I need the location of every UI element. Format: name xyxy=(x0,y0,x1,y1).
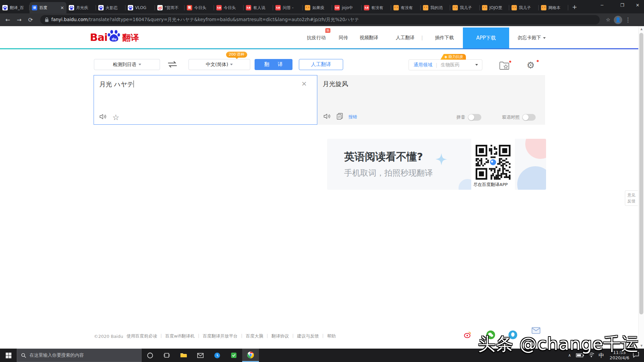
reload-button[interactable]: ⟳ xyxy=(25,16,36,23)
domain-select[interactable]: 通用领域 | 生物医药 xyxy=(409,59,482,70)
bookmark-star-icon[interactable]: ☆ xyxy=(602,17,614,23)
taskbar-search-box[interactable]: 在这里输入你要搜索的内容 xyxy=(17,349,142,362)
footer-link-5[interactable]: 建议与反馈 xyxy=(297,333,319,339)
tab-title: JOJO里 xyxy=(489,5,507,11)
speaker-icon[interactable] xyxy=(323,113,331,121)
nav-item-0[interactable]: 抗疫行动 xyxy=(307,35,326,41)
window-maximize-button[interactable]: ❐ xyxy=(614,0,630,11)
forward-button[interactable]: → xyxy=(13,16,25,23)
chevron-down-icon xyxy=(475,64,478,66)
file-explorer-icon[interactable] xyxy=(175,349,192,362)
browser-tab-2[interactable]: 月光疾 xyxy=(66,2,96,13)
clear-input-icon[interactable]: × xyxy=(301,79,307,87)
tab-title: 我的消 xyxy=(430,5,448,11)
translate-button[interactable]: 翻 译 xyxy=(255,59,292,70)
pinyin-toggle[interactable] xyxy=(468,114,481,121)
browser-tab-9[interactable]: 头条问答 - xyxy=(273,2,303,13)
baidu-fanyi-logo[interactable]: Bai du 翻译 xyxy=(90,29,139,43)
browser-tab-10[interactable]: 如果疫 xyxy=(303,2,332,13)
browser-tab-16[interactable]: JOJO里 xyxy=(480,2,509,13)
nav-item-4[interactable]: 插件下载 xyxy=(435,35,454,41)
window-minimize-button[interactable]: ─ xyxy=(594,0,610,11)
source-language-select[interactable]: 检测到日语 xyxy=(94,59,160,70)
green-app-icon[interactable] xyxy=(225,349,242,362)
browser-tab-6[interactable]: 简今日头 xyxy=(184,2,214,13)
nav-divider: | xyxy=(421,35,423,40)
browser-tab-18[interactable]: 网格本 xyxy=(539,2,568,13)
back-button[interactable]: ← xyxy=(2,16,13,23)
app-download-button[interactable]: APP下载 xyxy=(463,27,509,48)
paw-favicon-icon xyxy=(2,5,8,10)
settings-gear-icon[interactable]: ⚙ xyxy=(527,60,535,70)
scroll-down-arrow[interactable]: ▼ xyxy=(639,344,644,347)
alarms-clock-app-icon[interactable] xyxy=(209,349,225,362)
profile-avatar[interactable]: 👤 xyxy=(614,16,622,24)
tab-title: 有没有 xyxy=(371,5,389,11)
page-scrollbar[interactable]: ▲ ▼ xyxy=(638,26,644,349)
favorite-star-icon[interactable]: ☆ xyxy=(112,114,119,121)
translate-input-panel[interactable]: 月光 ハヤテ × ☆ xyxy=(94,75,317,125)
toutiao-favicon-icon: 头条 xyxy=(216,5,222,10)
browser-tab-15[interactable]: 我儿子 xyxy=(450,2,480,13)
scroll-up-arrow[interactable]: ▲ xyxy=(639,27,644,31)
browser-tab-4[interactable]: VLOG xyxy=(125,2,155,13)
footer-link-1[interactable]: 百度wifi翻译机 xyxy=(165,333,195,339)
browser-tab-17[interactable]: 我儿子 xyxy=(509,2,539,13)
footer-link-3[interactable]: 百度大脑 xyxy=(246,333,263,339)
taskbar-search-placeholder: 在这里输入你要搜索的内容 xyxy=(30,352,84,358)
user-menu[interactable]: 勿忘卡殿下 xyxy=(518,35,546,41)
weibo-icon[interactable] xyxy=(463,330,472,339)
input-text[interactable]: 月光 ハヤテ xyxy=(99,80,134,89)
anti-epidemic-badge: ◈ 助力抗疫 xyxy=(440,54,466,60)
browser-tab-7[interactable]: 头条今日头 xyxy=(214,2,244,13)
swap-languages-button[interactable] xyxy=(167,60,178,70)
divider: | xyxy=(436,62,437,68)
browser-tab-5[interactable]: "贫而不 xyxy=(155,2,184,13)
cortana-button[interactable] xyxy=(142,349,158,362)
window-close-button[interactable]: ✕ xyxy=(630,0,644,11)
tab-title: 我儿子 xyxy=(519,5,536,11)
browser-tab-12[interactable]: 头条有没有 xyxy=(362,2,391,13)
task-view-button[interactable] xyxy=(158,349,175,362)
tab-title: "贫而不 xyxy=(165,5,182,11)
chrome-icon[interactable] xyxy=(242,349,259,362)
scroll-thumb[interactable] xyxy=(639,33,643,314)
domain-selected-label[interactable]: 生物医药 xyxy=(441,62,460,68)
browser-menu-icon[interactable]: ⋮ xyxy=(622,16,634,23)
target-language-select[interactable]: 中文(简体) xyxy=(189,59,250,70)
bilingual-toggle[interactable] xyxy=(522,114,536,121)
footer-link-0[interactable]: 使用百度前必读 xyxy=(126,333,157,339)
browser-tab-8[interactable]: 头条有人说 xyxy=(244,2,273,13)
nav-item-1[interactable]: 同传 xyxy=(339,35,348,41)
domain-general-label[interactable]: 通用领域 xyxy=(414,62,432,68)
toutiao-favicon-icon: 头条 xyxy=(364,5,369,10)
nav-item-3[interactable]: 人工翻译 xyxy=(396,35,415,41)
speaker-icon[interactable] xyxy=(99,113,107,121)
url-bar[interactable]: fanyi.baidu.com/translate?aldtype=16047&… xyxy=(40,15,600,24)
paw-favicon-icon xyxy=(98,5,104,10)
browser-tab-1[interactable]: 译百度✕ xyxy=(30,2,66,13)
hot-badge: 热 xyxy=(325,28,330,33)
start-button[interactable] xyxy=(0,349,17,362)
copy-icon[interactable] xyxy=(337,113,343,121)
translate-output-panel: 月光旋风 报错 拼音 双语对照 xyxy=(317,75,545,125)
browser-tab-13[interactable]: 有没有 xyxy=(391,2,421,13)
tab-title: 有人说 xyxy=(253,5,271,11)
footer-link-6[interactable]: 帮助 xyxy=(327,333,336,339)
qr-code xyxy=(476,145,511,180)
new-tab-button[interactable]: + xyxy=(570,3,579,11)
browser-tab-14[interactable]: 我的消 xyxy=(421,2,450,13)
human-translate-button[interactable]: 人工翻译 xyxy=(299,59,343,70)
footer-link-4[interactable]: 翻译协议 xyxy=(271,333,289,339)
browser-tab-11[interactable]: 头条jojo中 xyxy=(332,2,362,13)
browser-tab-3[interactable]: 火影忍 xyxy=(96,2,125,13)
report-error-link[interactable]: 报错 xyxy=(348,114,357,120)
mail-app-icon[interactable] xyxy=(192,349,209,362)
app-promo-banner[interactable]: 英语阅读看不懂? 手机取词，拍照秒现翻译 尽在百度翻译APP xyxy=(327,139,546,190)
nav-item-2[interactable]: 视频翻译 xyxy=(360,35,378,41)
favorites-folder-icon[interactable] xyxy=(499,61,510,71)
footer-link-2[interactable]: 百度翻译开放平台 xyxy=(203,333,237,339)
feedback-tab[interactable]: 意见反馈 xyxy=(625,190,638,206)
browser-tab-0[interactable]: 翻译_百 xyxy=(0,2,30,13)
tab-close-icon[interactable]: ✕ xyxy=(60,5,64,10)
